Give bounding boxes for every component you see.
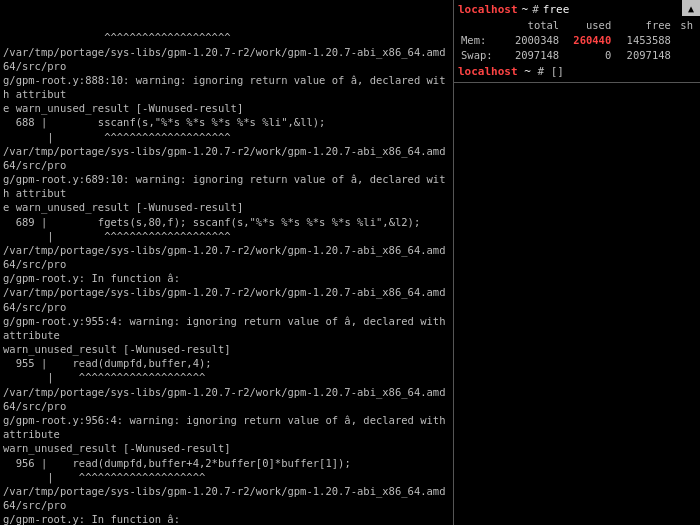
hostname-label: localhost bbox=[458, 2, 518, 17]
second-tilde: ~ bbox=[524, 65, 531, 78]
col-total-header: total bbox=[503, 18, 563, 33]
row-label: Swap: bbox=[458, 48, 503, 63]
row-sh bbox=[674, 33, 696, 48]
row-sh bbox=[674, 48, 696, 63]
row-label: Mem: bbox=[458, 33, 503, 48]
scroll-up-arrow[interactable]: ▲ bbox=[682, 0, 700, 16]
col-label-header bbox=[458, 18, 503, 33]
col-free-header: free bbox=[614, 18, 674, 33]
terminal-output: ^^^^^^^^^^^^^^^^^^^^ /var/tmp/portage/sy… bbox=[3, 30, 450, 525]
row-free: 2097148 bbox=[614, 48, 674, 63]
second-cmd: [] bbox=[551, 65, 564, 78]
left-terminal[interactable]: ^^^^^^^^^^^^^^^^^^^^ /var/tmp/portage/sy… bbox=[0, 0, 453, 525]
second-hash: # bbox=[537, 65, 544, 78]
row-used: 0 bbox=[562, 48, 614, 63]
prompt-hash: # bbox=[532, 2, 539, 17]
row-total: 2000348 bbox=[503, 33, 563, 48]
free-section: localhost ~ # free total used free sh Me… bbox=[454, 0, 700, 82]
free-table: total used free sh Mem:20003482604401453… bbox=[458, 18, 696, 62]
col-sh-header: sh bbox=[674, 18, 696, 33]
second-prompt-line: localhost ~ # [] bbox=[458, 64, 696, 79]
right-pane: ▲ localhost ~ # free total used free sh … bbox=[453, 0, 700, 525]
free-table-row: Mem:20003482604401453588 bbox=[458, 33, 696, 48]
second-hostname: localhost bbox=[458, 65, 518, 78]
col-used-header: used bbox=[562, 18, 614, 33]
free-table-row: Swap:209714802097148 bbox=[458, 48, 696, 63]
row-free: 1453588 bbox=[614, 33, 674, 48]
row-used: 260440 bbox=[562, 33, 614, 48]
tilde-symbol: ~ bbox=[522, 2, 529, 17]
bottom-right-terminal[interactable] bbox=[454, 82, 700, 525]
free-command: free bbox=[543, 2, 570, 17]
row-total: 2097148 bbox=[503, 48, 563, 63]
